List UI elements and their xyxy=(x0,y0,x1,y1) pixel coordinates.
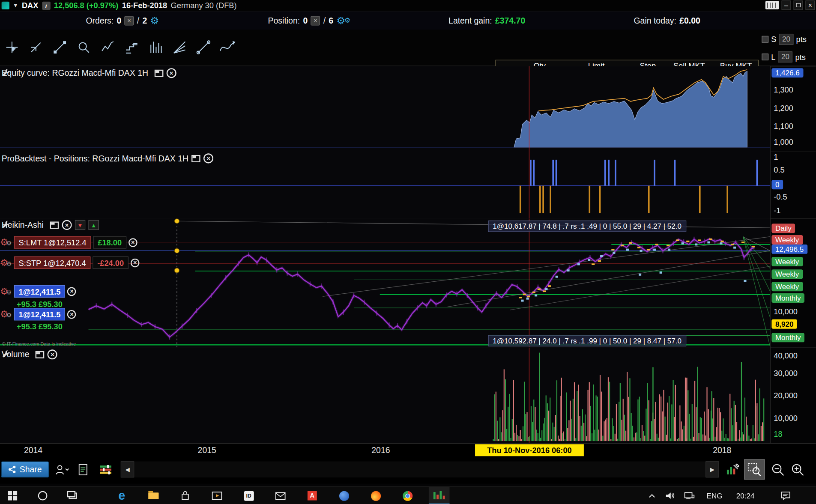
video-app-taskbar-icon[interactable] xyxy=(206,487,227,504)
time-axis-label: 2015 xyxy=(198,446,216,455)
volume-tray-icon[interactable] xyxy=(662,487,679,504)
market-name: Germany 30 (DFB) xyxy=(171,1,237,10)
position-pnl: +95.3 £95.30 xyxy=(17,322,63,331)
equity-curve-chart[interactable] xyxy=(0,66,770,151)
positions-window-icon[interactable] xyxy=(191,155,200,162)
orders-settings-gear-icon[interactable]: ⚙ xyxy=(150,15,159,25)
language-indicator[interactable]: ENG xyxy=(707,487,723,504)
cancel-orders-button[interactable]: × xyxy=(125,16,134,25)
keyboard-icon[interactable] xyxy=(765,1,779,9)
curve-tool-icon[interactable] xyxy=(216,34,238,61)
volume-close-icon[interactable]: × xyxy=(48,349,57,359)
close-position-button[interactable]: × xyxy=(311,16,320,25)
equity-current-tag: 1,426.6 xyxy=(771,68,803,78)
close-position-icon[interactable]: × xyxy=(67,310,76,319)
chart-scrollbar-track[interactable] xyxy=(135,461,705,477)
position-chip[interactable]: 1@12,411.5 xyxy=(14,285,66,298)
position-settings-gear2-icon[interactable]: ⚙ xyxy=(344,17,350,24)
sell-arrow-icon[interactable]: ▼ xyxy=(75,220,85,230)
cancel-order-icon[interactable]: × xyxy=(129,238,137,247)
strategy-gear-icon[interactable]: ⚙⚙ xyxy=(0,286,12,296)
user-menu-icon[interactable] xyxy=(52,461,72,477)
tray-expand-chevron-icon[interactable] xyxy=(644,487,660,504)
crosshair-diagonal-tool-icon[interactable] xyxy=(25,34,47,61)
symbol-dropdown-caret-icon[interactable]: ▼ xyxy=(13,3,18,8)
weekly-level-tag: Weekly xyxy=(771,257,802,266)
id-app-taskbar-icon[interactable]: ID xyxy=(238,487,259,504)
zoom-out-button[interactable] xyxy=(769,461,786,477)
time-axis-label: 2018 xyxy=(713,446,731,455)
heikin-ashi-panel[interactable]: Heikin-Ashi × ▼ ▲ ⚙⚙ S:LMT 1@12,512.4 £1… xyxy=(0,218,770,347)
volume-window-icon[interactable] xyxy=(36,351,45,358)
chart-edit-icon[interactable] xyxy=(723,461,742,477)
scroll-right-button[interactable]: ▶ xyxy=(705,461,719,477)
weekly-level-tag: Weekly xyxy=(771,282,802,291)
strategy-gear-icon[interactable]: ⚙⚙ xyxy=(0,258,12,267)
monthly-level-tag: Monthly xyxy=(771,333,804,342)
strategy-gear-icon[interactable]: ⚙⚙ xyxy=(0,238,12,247)
cancel-order-icon[interactable]: × xyxy=(131,258,140,267)
step-lines-tool-icon[interactable] xyxy=(121,34,143,61)
magnifier-tool-icon[interactable] xyxy=(73,34,95,61)
edge-taskbar-icon[interactable]: e xyxy=(111,487,132,504)
volume-panel-title-row: Volume × xyxy=(2,349,57,359)
position-chip[interactable]: 1@12,411.5 xyxy=(14,308,66,320)
histogram-tool-icon[interactable] xyxy=(145,34,167,61)
volume-chart[interactable] xyxy=(0,347,770,443)
order-tooltip-bottom: 1@10,592.87 | 24.0 | .7 rs .1 .99 | 0 | … xyxy=(488,335,686,346)
limit-pts-unit: pts xyxy=(795,52,805,61)
adobe-taskbar-icon[interactable]: A xyxy=(302,487,323,504)
zoom-region-button[interactable] xyxy=(744,459,765,480)
cortana-button[interactable] xyxy=(32,487,53,504)
stop-checkbox[interactable] xyxy=(762,36,768,42)
sell-stop-order-chip[interactable]: S:STP 1@12,470.4 xyxy=(14,256,91,269)
close-button[interactable]: × xyxy=(805,0,815,10)
chrome-taskbar-icon[interactable] xyxy=(397,487,418,504)
trading-app-taskbar-icon[interactable] xyxy=(429,487,450,504)
scroll-left-button[interactable]: ◀ xyxy=(121,461,135,477)
equity-close-icon[interactable]: × xyxy=(167,68,176,78)
action-center-icon[interactable] xyxy=(776,487,795,504)
gain-today-label: Gain today: xyxy=(634,16,676,25)
equity-window-icon[interactable] xyxy=(155,69,164,77)
positions-panel-title: ProBacktest - Positions: RGozzi Macd-Mfi… xyxy=(2,154,188,163)
equity-axis-label: 1,200 xyxy=(774,104,793,113)
sell-limit-order-chip[interactable]: S:LMT 1@12,512.4 xyxy=(14,236,91,248)
main-close-icon[interactable]: × xyxy=(62,220,72,230)
cursor-date-tag: Thu 10-Nov-2016 06:00 xyxy=(475,444,584,456)
browser-globe-taskbar-icon[interactable] xyxy=(334,487,355,504)
maximize-button[interactable] xyxy=(793,0,803,10)
indicator-settings-icon[interactable] xyxy=(98,461,114,477)
mail-taskbar-icon[interactable] xyxy=(270,487,291,504)
share-button[interactable]: Share xyxy=(1,461,49,477)
clock[interactable]: 20:24 xyxy=(736,487,755,504)
trendline-tool-icon[interactable] xyxy=(192,34,214,61)
main-window-icon[interactable] xyxy=(50,221,59,229)
store-taskbar-icon[interactable] xyxy=(175,487,196,504)
minimize-button[interactable]: – xyxy=(781,0,791,10)
firefox-taskbar-icon[interactable] xyxy=(365,487,386,504)
cursor-crosshair-tool-icon[interactable] xyxy=(1,34,23,61)
segment-tool-icon[interactable] xyxy=(49,34,71,61)
data-watermark: © IT-Finance.com Data is indicative xyxy=(2,341,76,346)
positions-close-icon[interactable]: × xyxy=(203,153,213,163)
limit-checkbox[interactable] xyxy=(762,54,768,60)
task-view-button[interactable] xyxy=(63,487,84,504)
zigzag-pattern-tool-icon[interactable] xyxy=(97,34,119,61)
backtest-positions-panel[interactable]: ProBacktest - Positions: RGozzi Macd-Mfi… xyxy=(0,151,770,218)
close-position-icon[interactable]: × xyxy=(67,287,76,296)
network-tray-icon[interactable] xyxy=(681,487,698,504)
fan-lines-tool-icon[interactable] xyxy=(169,34,191,61)
info-icon[interactable]: i xyxy=(42,1,50,9)
buy-arrow-icon[interactable]: ▲ xyxy=(88,220,99,230)
stop-points-input[interactable]: 20 xyxy=(779,33,793,45)
volume-panel[interactable]: Volume × xyxy=(0,347,770,443)
equity-curve-panel[interactable]: Equity curve: RGozzi Macd-Mfi DAX 1H × xyxy=(0,66,770,151)
start-button[interactable] xyxy=(2,487,23,504)
strategy-gear-icon[interactable]: ⚙⚙ xyxy=(0,310,12,319)
positions-panel-title-row: ProBacktest - Positions: RGozzi Macd-Mfi… xyxy=(2,153,214,163)
file-explorer-taskbar-icon[interactable] xyxy=(143,487,164,504)
zoom-in-button[interactable] xyxy=(789,461,806,477)
limit-points-input[interactable]: 20 xyxy=(778,51,792,63)
report-document-icon[interactable] xyxy=(76,461,90,477)
